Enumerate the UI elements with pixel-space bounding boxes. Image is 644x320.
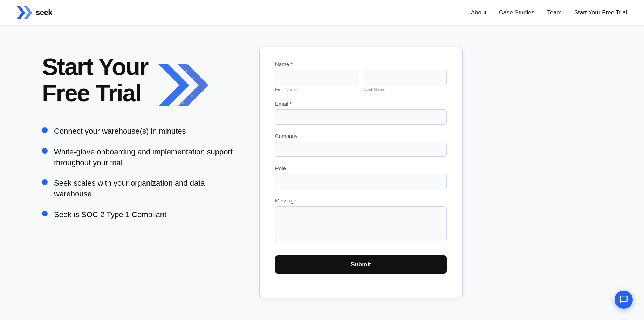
nav-links: About Case Studies Team Start Your Free … <box>471 9 627 16</box>
company-label: Company <box>275 133 447 139</box>
hero-logo-icon <box>155 57 211 113</box>
bullet-text: Connect your warehouse(s) in minutes <box>54 126 186 137</box>
name-section: Name * First Name Last Name <box>275 61 447 92</box>
company-section: Company <box>275 133 447 157</box>
svg-point-4 <box>164 74 166 76</box>
role-section: Role <box>275 165 447 189</box>
role-input[interactable] <box>275 174 447 189</box>
role-label: Role <box>275 165 447 171</box>
nav-case-studies[interactable]: Case Studies <box>499 9 534 16</box>
message-textarea[interactable] <box>275 206 447 241</box>
svg-point-5 <box>171 81 173 83</box>
last-name-label: Last Name <box>364 87 447 92</box>
brand-name: seek <box>36 8 52 17</box>
navbar: seek About Case Studies Team Start Your … <box>0 0 644 26</box>
last-name-field: Last Name <box>364 70 447 92</box>
chat-bubble[interactable] <box>615 291 633 309</box>
bullet-dot <box>42 148 48 154</box>
nav-about[interactable]: About <box>471 9 486 16</box>
first-name-field: First Name <box>275 70 358 92</box>
svg-marker-0 <box>17 6 25 19</box>
bullet-dot <box>42 127 48 133</box>
hero-title: Start Your Free Trial <box>42 54 148 106</box>
seek-logo-icon <box>17 6 32 19</box>
message-label: Message <box>275 198 447 204</box>
svg-point-7 <box>185 70 187 72</box>
svg-point-6 <box>170 91 172 93</box>
name-row: First Name Last Name <box>275 70 447 92</box>
email-section: Email * <box>275 101 447 125</box>
bullet-text: Seek is SOC 2 Type 1 Compliant <box>54 209 166 220</box>
bullet-text: Seek scales with your organization and d… <box>54 178 238 200</box>
last-name-input[interactable] <box>364 70 447 85</box>
list-item: Seek scales with your organization and d… <box>42 178 238 200</box>
list-item: Connect your warehouse(s) in minutes <box>42 126 238 137</box>
list-item: Seek is SOC 2 Type 1 Compliant <box>42 209 238 220</box>
svg-point-10 <box>182 102 184 104</box>
chat-icon <box>619 295 628 304</box>
left-panel: Start Your Free Trial <box>42 47 238 298</box>
bullet-dot <box>42 211 48 216</box>
company-input[interactable] <box>275 142 447 157</box>
bullet-text: White-glove onboarding and implementatio… <box>54 147 238 168</box>
submit-button[interactable]: Submit <box>275 255 447 274</box>
email-label: Email * <box>275 101 447 107</box>
logo-area[interactable]: seek <box>17 6 52 19</box>
main-content: Start Your Free Trial <box>0 26 644 319</box>
svg-point-8 <box>192 77 194 79</box>
first-name-input[interactable] <box>275 70 358 85</box>
nav-cta-button[interactable]: Start Your Free Trial <box>574 9 627 16</box>
email-input[interactable] <box>275 109 447 125</box>
message-section: Message <box>275 198 447 243</box>
first-name-label: First Name <box>275 87 358 92</box>
bullet-dot <box>42 179 48 185</box>
nav-team[interactable]: Team <box>547 9 562 16</box>
hero-top: Start Your Free Trial <box>42 54 238 113</box>
bullet-list: Connect your warehouse(s) in minutes Whi… <box>42 126 238 220</box>
name-label: Name * <box>275 61 447 67</box>
svg-point-9 <box>191 95 193 97</box>
list-item: White-glove onboarding and implementatio… <box>42 147 238 168</box>
form-card: Name * First Name Last Name Email * Comp… <box>259 47 463 298</box>
